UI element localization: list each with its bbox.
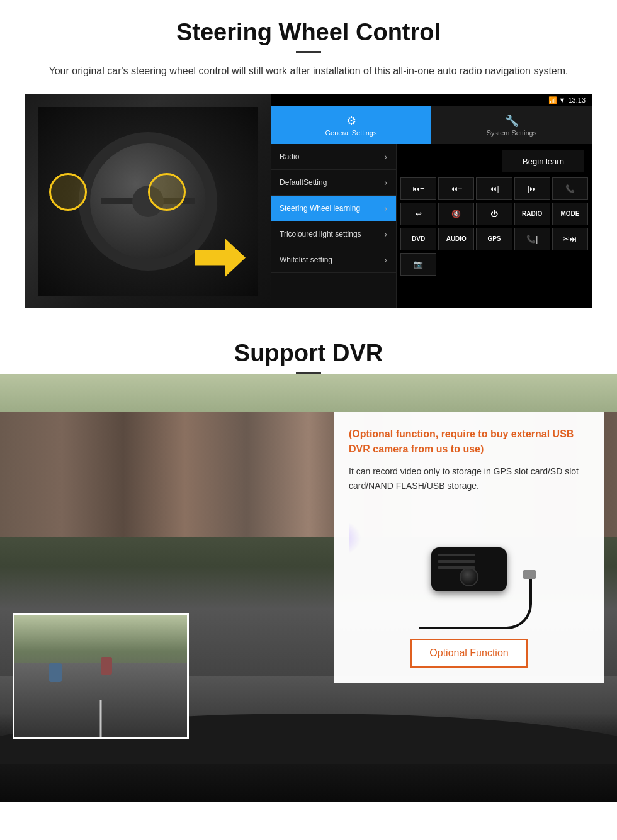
steering-wheel-circle xyxy=(79,132,217,271)
menu-item-tricoloured[interactable]: Tricoloured light settings › xyxy=(271,221,396,247)
menu-item-default[interactable]: DefaultSetting › xyxy=(271,170,396,196)
title-divider xyxy=(296,51,321,53)
android-menu: Radio › DefaultSetting › Steering Wheel … xyxy=(271,144,397,308)
phone-button[interactable]: 📞 xyxy=(552,177,588,200)
dvr-optional-note: (Optional function, require to buy exter… xyxy=(349,427,589,457)
chevron-icon-4: › xyxy=(384,229,387,239)
camera-cable xyxy=(419,579,532,629)
steering-wheel-bg xyxy=(38,107,258,296)
system-icon: 🔧 xyxy=(505,114,519,128)
optional-function-row: Optional Function xyxy=(349,632,589,668)
menu-label-default: DefaultSetting xyxy=(280,178,327,187)
menu-item-steering[interactable]: Steering Wheel learning › xyxy=(271,196,396,221)
section1-description: Your original car's steering wheel contr… xyxy=(38,63,579,79)
vol-down-button[interactable]: ⏮− xyxy=(438,177,474,200)
usb-plug xyxy=(523,570,536,579)
prev-button[interactable]: ⏮| xyxy=(476,177,512,200)
dvr-thumbnail xyxy=(13,613,189,739)
dvr-photo-background: (Optional function, require to buy exter… xyxy=(0,374,617,802)
phone-prev-button[interactable]: 📞| xyxy=(514,228,550,250)
yellow-arrow xyxy=(195,239,246,277)
android-ui-panel: 📶 ▼ 13:13 ⚙ General Settings 🔧 System Se… xyxy=(271,94,592,308)
ctrl-row-3: DVD AUDIO GPS 📞| ✂⏭ xyxy=(400,228,588,250)
android-statusbar: 📶 ▼ 13:13 xyxy=(271,94,592,106)
camera-vent-2 xyxy=(438,560,475,563)
thumb-car-1 xyxy=(49,663,62,682)
thumb-road xyxy=(14,663,187,736)
android-controls-panel: Begin learn ⏮+ ⏮− ⏮| |⏭ 📞 ↩ 🔇 ⏻ xyxy=(397,144,592,308)
dvr-description: It can record video only to storage in G… xyxy=(349,464,589,495)
status-time: 13:13 xyxy=(568,96,586,104)
back-button[interactable]: ↩ xyxy=(400,203,436,225)
tab-system-settings[interactable]: 🔧 System Settings xyxy=(431,106,592,144)
ctrl-row-2: ↩ 🔇 ⏻ RADIO MODE xyxy=(400,203,588,225)
ctrl-row-1: ⏮+ ⏮− ⏮| |⏭ 📞 xyxy=(400,177,588,200)
ctrl-row-4: 📷 xyxy=(400,253,588,276)
dvr-divider xyxy=(296,372,321,374)
vol-up-button[interactable]: ⏮+ xyxy=(400,177,436,200)
tab-system-label: System Settings xyxy=(487,129,536,137)
chevron-icon: › xyxy=(384,152,387,162)
dvd-button[interactable]: DVD xyxy=(400,228,436,250)
section1-title: Steering Wheel Control xyxy=(25,19,592,46)
power-button[interactable]: ⏻ xyxy=(476,203,512,225)
tab-general-settings[interactable]: ⚙ General Settings xyxy=(271,106,431,144)
thumb-road-line xyxy=(100,700,102,736)
chevron-icon-2: › xyxy=(384,177,387,188)
highlight-circle-right xyxy=(148,173,186,211)
steering-composite: 📶 ▼ 13:13 ⚙ General Settings 🔧 System Se… xyxy=(25,94,592,308)
next-button[interactable]: |⏭ xyxy=(514,177,550,200)
status-icons: 📶 ▼ xyxy=(548,96,566,104)
menu-label-whitelist: Whitelist setting xyxy=(280,255,332,264)
tab-general-label: General Settings xyxy=(325,129,377,137)
menu-label-tricoloured: Tricoloured light settings xyxy=(280,230,361,238)
optional-function-button[interactable]: Optional Function xyxy=(410,639,527,668)
menu-item-whitelist[interactable]: Whitelist setting › xyxy=(271,247,396,273)
camera-icon-button[interactable]: 📷 xyxy=(400,253,436,276)
android-content: Radio › DefaultSetting › Steering Wheel … xyxy=(271,144,592,308)
dvr-title: Support DVR xyxy=(0,321,617,372)
dvr-info-box: (Optional function, require to buy exter… xyxy=(334,412,604,683)
highlight-circle-left xyxy=(49,173,87,211)
camera-vent xyxy=(438,554,475,556)
cut-next-button[interactable]: ✂⏭ xyxy=(552,228,588,250)
begin-learn-row: Begin learn xyxy=(400,148,588,175)
menu-label-radio: Radio xyxy=(280,152,299,161)
audio-button[interactable]: AUDIO xyxy=(438,228,474,250)
chevron-icon-5: › xyxy=(384,255,387,265)
menu-label-steering: Steering Wheel learning xyxy=(280,204,360,213)
thumb-car-2 xyxy=(101,657,112,675)
mode-button[interactable]: MODE xyxy=(552,203,588,225)
android-tabs: ⚙ General Settings 🔧 System Settings xyxy=(271,106,592,144)
mute-button[interactable]: 🔇 xyxy=(438,203,474,225)
camera-device xyxy=(431,547,507,591)
car-photo xyxy=(25,94,271,308)
camera-flash xyxy=(349,519,361,557)
dvr-camera-image xyxy=(349,507,589,632)
chevron-icon-3: › xyxy=(384,203,387,213)
gps-button[interactable]: GPS xyxy=(476,228,512,250)
begin-learn-button[interactable]: Begin learn xyxy=(502,150,584,172)
dvr-section: Support DVR (Optional function, require … xyxy=(0,321,617,802)
gear-icon: ⚙ xyxy=(346,114,356,128)
menu-item-radio[interactable]: Radio › xyxy=(271,144,396,170)
camera-body xyxy=(431,547,507,591)
radio-button[interactable]: RADIO xyxy=(514,203,550,225)
steering-wheel-section: Steering Wheel Control Your original car… xyxy=(0,0,617,321)
